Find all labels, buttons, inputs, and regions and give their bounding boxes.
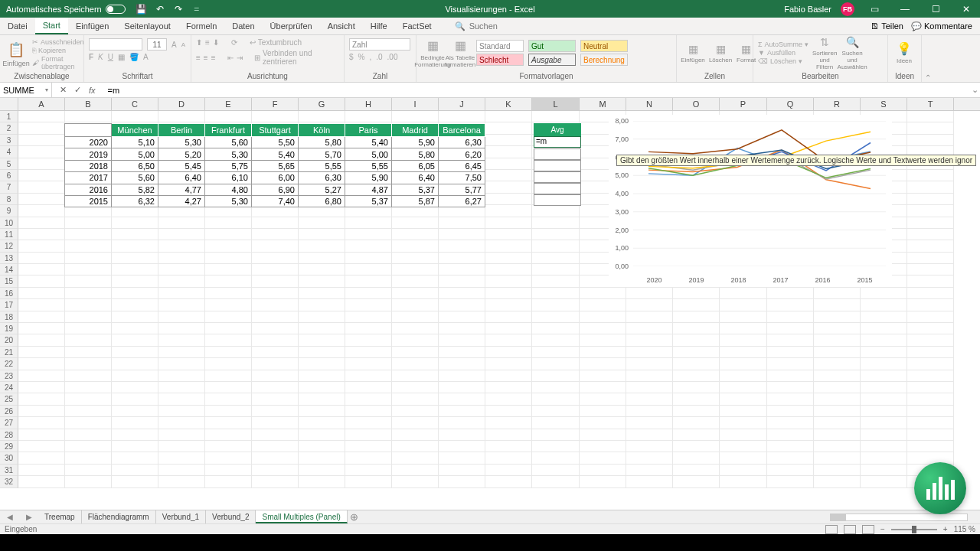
data-cell[interactable]: 5,82: [112, 184, 158, 195]
cell[interactable]: [205, 370, 252, 382]
cell[interactable]: [861, 358, 907, 370]
autosum-button[interactable]: Σ AutoSumme ▾: [758, 41, 808, 48]
cell[interactable]: [299, 417, 345, 429]
cell[interactable]: [392, 240, 439, 252]
align-right-icon[interactable]: ≡: [211, 54, 216, 62]
expand-formula-icon[interactable]: ⌄: [969, 85, 980, 95]
cell[interactable]: [299, 370, 345, 382]
data-cell[interactable]: 4,87: [345, 184, 392, 195]
cell[interactable]: [205, 299, 252, 311]
cell[interactable]: [861, 311, 907, 323]
cell[interactable]: [767, 452, 814, 464]
cell[interactable]: [673, 323, 720, 334]
cell[interactable]: [673, 299, 720, 311]
copy-button[interactable]: ⎘ Kopieren: [32, 47, 84, 54]
cell[interactable]: [18, 217, 65, 229]
cell[interactable]: [720, 311, 767, 323]
align-top-icon[interactable]: ⬆: [196, 38, 202, 47]
cell[interactable]: [767, 288, 814, 299]
row-header[interactable]: 8: [0, 194, 18, 205]
sheet-nav-next-icon[interactable]: ▶: [26, 513, 32, 521]
cell[interactable]: [252, 406, 299, 417]
data-cell[interactable]: 5,60: [112, 172, 158, 184]
cell[interactable]: [532, 465, 580, 476]
data-cell[interactable]: 7,50: [439, 172, 485, 184]
col-header[interactable]: D: [158, 98, 205, 110]
cell[interactable]: [205, 417, 252, 429]
toggle-switch[interactable]: [106, 5, 126, 14]
data-cell[interactable]: 4,80: [205, 184, 252, 195]
cell[interactable]: [673, 465, 720, 476]
cell[interactable]: [65, 240, 112, 252]
cell[interactable]: [345, 358, 392, 370]
cell[interactable]: [439, 311, 485, 323]
cell[interactable]: [439, 253, 485, 264]
cell[interactable]: [18, 299, 65, 311]
cell[interactable]: [299, 358, 345, 370]
cell[interactable]: [485, 465, 532, 476]
cell[interactable]: [345, 264, 392, 276]
cell[interactable]: [65, 417, 112, 429]
cell[interactable]: [673, 406, 720, 417]
row-header[interactable]: 31: [0, 465, 18, 476]
collapse-ribbon-icon[interactable]: ⌃: [922, 35, 934, 82]
redo-icon[interactable]: ↷: [173, 4, 184, 15]
cell[interactable]: [907, 347, 954, 358]
cell[interactable]: [626, 299, 673, 311]
save-icon[interactable]: 💾: [136, 4, 147, 15]
autosave-toggle[interactable]: Automatisches Speichern: [6, 5, 126, 14]
cell[interactable]: [532, 406, 580, 417]
cell[interactable]: [158, 240, 205, 252]
cell[interactable]: [345, 111, 392, 122]
find-select-button[interactable]: 🔍Suchen und Auswählen: [841, 38, 864, 67]
cell[interactable]: [673, 429, 720, 441]
cell[interactable]: [720, 299, 767, 311]
data-cell[interactable]: 6,40: [158, 172, 205, 184]
cell[interactable]: [720, 370, 767, 382]
cell[interactable]: [345, 240, 392, 252]
cell[interactable]: [861, 382, 907, 393]
number-format-select[interactable]: [349, 38, 410, 51]
cell[interactable]: [392, 429, 439, 441]
wrap-text-button[interactable]: ↩ Textumbruch: [250, 38, 302, 47]
cell[interactable]: [18, 194, 65, 205]
cell[interactable]: [767, 358, 814, 370]
data-cell[interactable]: 5,27: [299, 184, 345, 195]
cell[interactable]: [907, 122, 954, 134]
cell[interactable]: [345, 406, 392, 417]
cell[interactable]: [861, 406, 907, 417]
sheet-tab[interactable]: Flächendiagramm: [82, 510, 156, 523]
cell[interactable]: [65, 347, 112, 358]
row-header[interactable]: 24: [0, 382, 18, 393]
cell[interactable]: [392, 299, 439, 311]
cell[interactable]: [907, 334, 954, 346]
cell[interactable]: [18, 393, 65, 405]
cell[interactable]: [626, 334, 673, 346]
data-cell[interactable]: 5,87: [392, 195, 439, 207]
cell[interactable]: [158, 347, 205, 358]
row-header[interactable]: 22: [0, 358, 18, 370]
cell[interactable]: [205, 393, 252, 405]
cell[interactable]: [580, 299, 626, 311]
row-header[interactable]: 15: [0, 276, 18, 287]
data-cell[interactable]: 5,20: [158, 148, 205, 160]
cell[interactable]: [392, 417, 439, 429]
cell[interactable]: [626, 393, 673, 405]
cell[interactable]: [252, 288, 299, 299]
cell[interactable]: [345, 311, 392, 323]
ideas-button[interactable]: 💡Ideen: [893, 38, 916, 67]
cell[interactable]: [112, 358, 158, 370]
cell[interactable]: [907, 253, 954, 264]
align-left-icon[interactable]: ≡: [196, 54, 201, 62]
cell[interactable]: [814, 406, 861, 417]
cell[interactable]: [18, 135, 65, 146]
cell[interactable]: [485, 288, 532, 299]
cell[interactable]: [767, 393, 814, 405]
row-header[interactable]: 16: [0, 288, 18, 299]
cell[interactable]: [205, 441, 252, 452]
cell[interactable]: [252, 264, 299, 276]
col-header[interactable]: P: [720, 98, 767, 110]
cell[interactable]: [18, 205, 65, 217]
cell[interactable]: [626, 311, 673, 323]
cell[interactable]: [158, 264, 205, 276]
